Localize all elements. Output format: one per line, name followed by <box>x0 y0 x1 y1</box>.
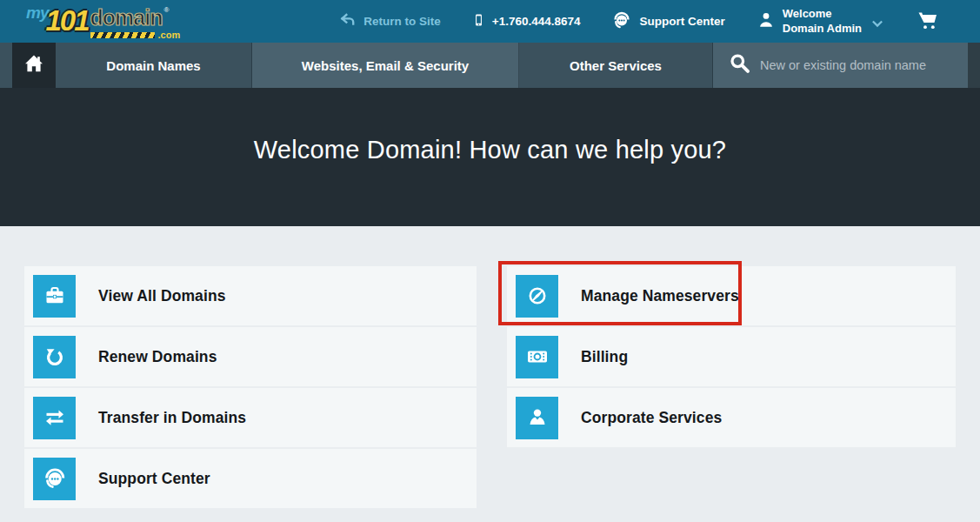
logo-domain-text: domain <box>90 7 163 29</box>
home-tab[interactable] <box>12 43 56 88</box>
topbar-links: Return to Site +1.760.444.8674 <box>339 7 980 36</box>
tile-renew-domains-label: Renew Domains <box>98 348 217 366</box>
briefcase-icon <box>33 275 76 318</box>
main-navigation: Domain Names Websites, Email & Security … <box>0 43 980 88</box>
welcome-line1: Welcome <box>783 7 862 21</box>
return-arrow-icon <box>339 12 357 31</box>
user-icon <box>757 10 776 33</box>
logo-101-text: 101 <box>45 6 88 35</box>
support-center-label: Support Center <box>639 15 724 28</box>
headset-icon <box>33 458 76 500</box>
welcome-line2: Domain Admin <box>783 22 862 36</box>
renew-icon <box>33 336 76 378</box>
welcome-text: Welcome Domain Admin <box>783 7 862 36</box>
return-to-site-link[interactable]: Return to Site <box>339 12 441 31</box>
tile-view-all-domains-label: View All Domains <box>98 287 226 305</box>
chevron-down-icon <box>870 17 884 32</box>
logo-domain-block: domain ® .com <box>90 7 181 40</box>
nav-left-edge <box>0 43 12 88</box>
businessman-icon <box>516 397 558 439</box>
search-icon <box>729 52 751 78</box>
search-input[interactable] <box>760 58 960 72</box>
logo-hazard-stripes <box>90 32 155 38</box>
top-bar: my 101 domain ® .com Return to Site <box>0 0 980 43</box>
domain-search-box <box>713 43 968 88</box>
tile-corporate-services[interactable]: Corporate Services <box>507 388 956 447</box>
headset-icon <box>611 10 632 34</box>
return-to-site-label: Return to Site <box>363 15 441 28</box>
nav-right-edge <box>968 43 980 88</box>
phone-number-label: +1.760.444.8674 <box>492 15 581 28</box>
tile-corporate-services-label: Corporate Services <box>581 409 722 427</box>
tile-view-all-domains[interactable]: View All Domains <box>24 266 477 325</box>
right-tile-column: Manage Nameservers Billing <box>507 266 956 447</box>
tile-manage-nameservers[interactable]: Manage Nameservers <box>507 266 956 325</box>
tile-support-center-label: Support Center <box>98 470 210 488</box>
tab-other-services[interactable]: Other Services <box>519 43 713 88</box>
home-icon <box>23 52 45 78</box>
site-logo[interactable]: my 101 domain ® .com <box>26 3 180 40</box>
phone-number[interactable]: +1.760.444.8674 <box>472 10 581 33</box>
page-title: Welcome Domain! How can we help you? <box>254 136 726 164</box>
support-center-link[interactable]: Support Center <box>611 10 724 34</box>
tile-renew-domains[interactable]: Renew Domains <box>24 327 477 386</box>
tab-other-services-label: Other Services <box>570 58 662 73</box>
tab-websites-email-security-label: Websites, Email & Security <box>302 58 469 73</box>
tile-billing-label: Billing <box>581 348 628 366</box>
account-menu[interactable]: Welcome Domain Admin <box>757 7 884 36</box>
banknote-icon <box>516 336 558 378</box>
tile-transfer-in-domains[interactable]: Transfer in Domains <box>24 388 477 447</box>
tile-billing[interactable]: Billing <box>507 327 956 386</box>
tab-domain-names-label: Domain Names <box>106 58 200 73</box>
tile-manage-nameservers-label: Manage Nameservers <box>581 287 739 305</box>
transfer-arrows-icon <box>33 397 76 439</box>
compass-icon <box>516 275 558 318</box>
registered-mark: ® <box>163 6 169 14</box>
cart-button[interactable] <box>916 10 940 34</box>
hero-banner: Welcome Domain! How can we help you? <box>0 88 980 226</box>
tab-websites-email-security[interactable]: Websites, Email & Security <box>252 43 519 88</box>
left-tile-column: View All Domains Renew Domains <box>24 266 477 508</box>
logo-com-text: .com <box>158 30 181 40</box>
tile-transfer-in-domains-label: Transfer in Domains <box>98 409 246 427</box>
mobile-phone-icon <box>472 10 485 33</box>
shopping-cart-icon <box>916 10 940 34</box>
dashboard-content: View All Domains Renew Domains <box>0 226 980 522</box>
tile-support-center[interactable]: Support Center <box>24 449 477 508</box>
tab-domain-names[interactable]: Domain Names <box>56 43 252 88</box>
